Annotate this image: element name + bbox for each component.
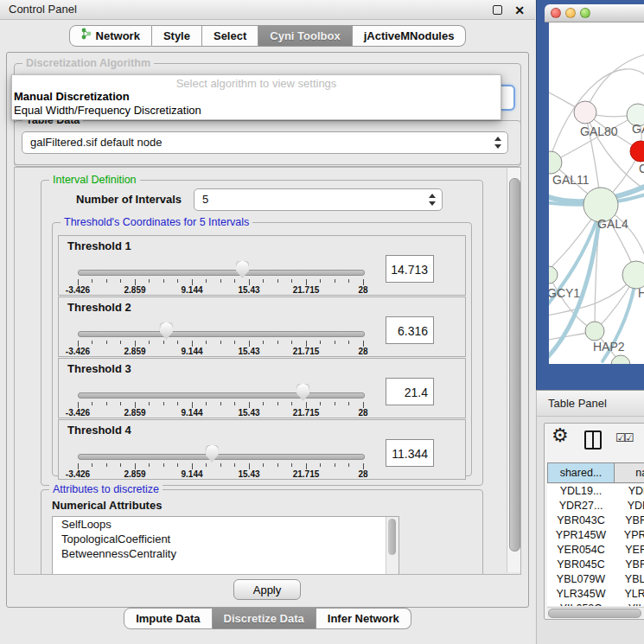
table-row[interactable]: YBR043CYBR043C <box>547 513 644 528</box>
table-cell: YPR145W <box>615 528 644 543</box>
tick-mark <box>192 341 193 347</box>
slider-track[interactable] <box>78 331 365 337</box>
slider-thumb[interactable] <box>236 261 249 278</box>
zoom-light-icon[interactable] <box>580 8 590 18</box>
table-row[interactable]: YER054CYER054C <box>547 543 644 558</box>
network-node[interactable] <box>585 322 604 341</box>
node-label-gal4: GAL4 <box>597 217 628 231</box>
tick-mark <box>206 402 207 405</box>
tick-label: 2.859 <box>124 285 145 295</box>
tick-mark <box>163 463 164 467</box>
node-label-gal11: GAL11 <box>552 173 590 187</box>
tick-label: -3.426 <box>66 285 90 295</box>
attributes-group: Attributes to discretize Numerical Attri… <box>41 489 483 575</box>
attribute-item-topologicalcoefficient[interactable]: TopologicalCoefficient <box>53 532 399 546</box>
tick-label: 21.715 <box>293 347 320 356</box>
table-row[interactable]: YPR145WYPR145W <box>547 528 644 543</box>
slider-track[interactable] <box>78 270 365 276</box>
tick-label: 28 <box>358 408 367 418</box>
tick-mark <box>120 463 121 467</box>
network-node[interactable] <box>630 141 644 162</box>
node-label-gal80: GAL80 <box>580 124 618 138</box>
tick-label: 21.715 <box>293 469 320 479</box>
network-node[interactable] <box>574 101 596 124</box>
tick-label: 28 <box>358 347 367 356</box>
table-data-combobox[interactable]: galFiltered.sif default node <box>22 131 508 154</box>
close-light-icon[interactable] <box>551 8 561 18</box>
tick-mark <box>320 341 321 344</box>
tick-mark <box>78 402 79 408</box>
slider-thumb[interactable] <box>296 384 309 401</box>
table-hscrollbar[interactable] <box>547 607 644 618</box>
number-of-intervals-combobox[interactable]: 5 <box>194 188 443 211</box>
table-row[interactable]: YIL052CYIL052C <box>547 602 644 606</box>
table-row[interactable]: YLR345WYLR345W <box>547 587 644 602</box>
column-layout-icon[interactable] <box>584 430 602 450</box>
slider-track[interactable] <box>78 392 365 399</box>
settings-scrollbar[interactable] <box>507 168 520 572</box>
tab-label: Cyni Toolbox <box>270 26 340 46</box>
tick-mark <box>149 341 150 344</box>
settings-scrollbar-thumb[interactable] <box>509 178 520 552</box>
node-label-hap2: HAP2 <box>593 340 625 354</box>
tick-mark <box>320 402 321 405</box>
tab-cyni-toolbox[interactable]: Cyni Toolbox <box>258 25 352 47</box>
tick-mark <box>335 279 335 283</box>
tick-mark <box>234 341 235 344</box>
network-node[interactable] <box>611 355 630 364</box>
tick-mark <box>335 402 335 405</box>
tab-select[interactable]: Select <box>202 25 258 47</box>
list-scrollbar-thumb[interactable] <box>388 519 396 555</box>
bottom-tab-discretize-data[interactable]: Discretize Data <box>213 608 316 629</box>
tick-mark <box>234 463 235 467</box>
table-hscrollbar-thumb[interactable] <box>548 609 641 618</box>
tab-style[interactable]: Style <box>152 25 202 47</box>
algorithm-option-manual-discretization[interactable]: Manual Discretization <box>12 90 501 104</box>
tick-mark <box>220 279 221 283</box>
table-row[interactable]: YBL079WYBL079W <box>547 572 644 587</box>
bottom-tab-impute-data[interactable]: Impute Data <box>124 608 212 629</box>
float-window-icon[interactable] <box>493 5 502 15</box>
tick-mark <box>177 402 178 405</box>
apply-button[interactable]: Apply <box>233 579 301 600</box>
tab-jactivemnodules[interactable]: jActiveMNodules <box>353 25 467 47</box>
tick-mark <box>291 341 292 344</box>
threshold-value-field[interactable]: 21.4 <box>386 378 434 405</box>
table-cell: YPR145W <box>548 528 614 543</box>
table-row[interactable]: YDL19...YDL19... <box>547 484 644 499</box>
tick-mark <box>106 279 107 283</box>
threshold-value-field[interactable]: 14.713 <box>386 255 434 283</box>
bottom-tab-infer-network[interactable]: Infer Network <box>316 608 411 629</box>
slider-thumb[interactable] <box>160 322 173 340</box>
table-row[interactable]: YBR045CYBR045C <box>547 558 644 572</box>
table-row[interactable]: YDR27...YDR27... <box>547 499 644 513</box>
slider-thumb[interactable] <box>206 445 219 462</box>
algorithm-option-equal-width-frequency-discretization[interactable]: Equal Width/Frequency Discretization <box>12 104 501 118</box>
tick-label: 9.144 <box>181 285 202 295</box>
network-canvas[interactable]: GAL80GACGAL11GAL4GCY1HHAP2 <box>549 22 644 364</box>
table-panel: Table Panel ⚙ ☑☑ shared...name YDL19...Y… <box>536 390 644 644</box>
list-scrollbar[interactable] <box>386 517 399 575</box>
select-checkboxes-icon[interactable]: ☑☑ <box>615 431 632 444</box>
column-header-shared-[interactable]: shared... <box>547 462 615 483</box>
slider-track[interactable] <box>78 454 365 460</box>
network-node[interactable] <box>622 261 644 289</box>
attribute-item-betweennesscentrality[interactable]: BetweennessCentrality <box>53 546 399 561</box>
column-header-name[interactable]: name <box>614 462 644 483</box>
tab-network[interactable]: Network <box>69 25 152 47</box>
tick-label: -3.426 <box>66 408 90 418</box>
table-cell: YBR045C <box>548 558 614 572</box>
bottom-tab-label: Discretize Data <box>224 609 304 628</box>
combo-stepper-icon <box>429 193 436 207</box>
tick-label: 15.43 <box>238 408 259 418</box>
network-node[interactable] <box>549 266 558 284</box>
threshold-value-field[interactable]: 11.344 <box>386 439 434 467</box>
close-icon[interactable]: ✕ <box>514 1 525 20</box>
attribute-item-selfloops[interactable]: SelfLoops <box>53 517 399 532</box>
threshold-value-field[interactable]: 6.316 <box>386 316 434 344</box>
settings-gear-icon[interactable]: ⚙ <box>552 424 569 447</box>
table-data-selected-value: galFiltered.sif default node <box>30 132 162 153</box>
table-cell: YER054C <box>615 543 644 558</box>
thresholds-group: Threshold's Coordinates for 5 Intervals … <box>52 222 472 476</box>
minimize-light-icon[interactable] <box>565 8 576 18</box>
